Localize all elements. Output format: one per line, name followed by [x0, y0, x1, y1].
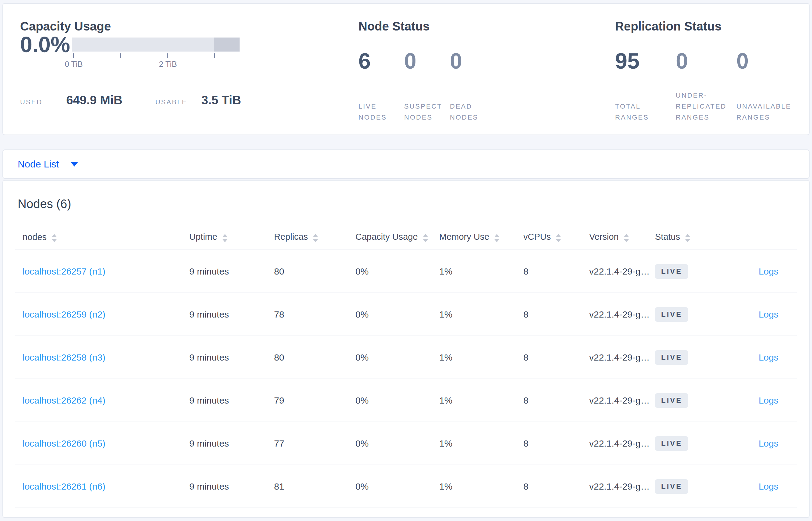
node-link[interactable]: localhost:26262 (n4)	[23, 395, 105, 405]
logs-link[interactable]: Logs	[759, 352, 779, 362]
suspect-nodes-metric: 0 SUSPECT NODES	[404, 50, 450, 123]
axis-tick	[120, 53, 121, 58]
version-cell: v22.1.4-29-g…	[589, 481, 655, 492]
status-badge: LIVE	[655, 393, 688, 408]
sort-icon[interactable]	[51, 234, 57, 242]
total-ranges-value: 95	[615, 50, 676, 72]
axis-tick	[167, 53, 168, 58]
vcpus-cell: 8	[523, 309, 589, 320]
capacity-usage-cell: 0%	[355, 352, 439, 363]
capacity-usage-cell: 0%	[355, 309, 439, 320]
replicas-cell: 81	[274, 481, 355, 492]
status-badge: LIVE	[655, 479, 688, 494]
logs-link[interactable]: Logs	[759, 309, 779, 319]
uptime-cell: 9 minutes	[189, 395, 274, 406]
table-row: localhost:26260 (n5) 9 minutes 77 0% 1% …	[15, 422, 797, 465]
status-badge: LIVE	[655, 436, 688, 451]
unavailable-ranges-value: 0	[736, 50, 797, 72]
status-badge: LIVE	[655, 264, 688, 279]
node-link[interactable]: localhost:26259 (n2)	[23, 309, 105, 319]
logs-link[interactable]: Logs	[759, 266, 779, 276]
memory-use-cell: 1%	[439, 395, 523, 406]
replication-status-title: Replication Status	[615, 19, 804, 33]
dead-nodes-label: DEAD NODES	[450, 101, 489, 123]
dead-nodes-metric: 0 DEAD NODES	[450, 50, 496, 123]
memory-use-cell: 1%	[439, 352, 523, 363]
live-nodes-metric: 6 LIVE NODES	[358, 50, 404, 123]
sort-icon[interactable]	[313, 234, 318, 242]
vcpus-cell: 8	[523, 266, 589, 277]
table-row: localhost:26258 (n3) 9 minutes 80 0% 1% …	[15, 336, 797, 379]
node-link[interactable]: localhost:26260 (n5)	[23, 438, 105, 448]
node-list-dropdown[interactable]: Node List	[18, 159, 59, 170]
column-header-vcpus[interactable]: vCPUs	[523, 232, 589, 244]
axis-tick-label: 2 TiB	[159, 60, 177, 69]
vcpus-cell: 8	[523, 481, 589, 492]
capacity-usage-cell: 0%	[355, 481, 439, 492]
suspect-nodes-label: SUSPECT NODES	[404, 101, 444, 123]
table-row: localhost:26262 (n4) 9 minutes 79 0% 1% …	[15, 379, 797, 422]
logs-link[interactable]: Logs	[759, 481, 779, 492]
node-status-section: Node Status 6 LIVE NODES 0 SUSPECT NODES…	[358, 4, 590, 135]
column-header-memory-use[interactable]: Memory Use	[439, 232, 523, 244]
sort-icon[interactable]	[494, 234, 500, 242]
version-cell: v22.1.4-29-g…	[589, 309, 655, 320]
table-row: localhost:26257 (n1) 9 minutes 80 0% 1% …	[15, 250, 797, 293]
total-ranges-metric: 95 TOTAL RANGES	[615, 50, 676, 123]
axis-tick	[73, 53, 74, 58]
capacity-usage-bar: 0 TiB 2 TiB	[72, 38, 240, 51]
under-replicated-label: UNDER-REPLICATED RANGES	[676, 90, 733, 123]
unavailable-ranges-label: UNAVAILABLE RANGES	[736, 101, 793, 123]
capacity-bar-track	[72, 38, 240, 51]
total-ranges-label: TOTAL RANGES	[615, 101, 672, 123]
column-header-replicas[interactable]: Replicas	[274, 232, 355, 244]
used-label: USED	[20, 97, 42, 108]
dead-nodes-value: 0	[450, 50, 496, 72]
axis-tick-label: 0 TiB	[65, 60, 82, 69]
vcpus-cell: 8	[523, 352, 589, 363]
column-header-nodes[interactable]: nodes	[15, 232, 189, 244]
sort-icon[interactable]	[222, 234, 228, 242]
version-cell: v22.1.4-29-g…	[589, 395, 655, 406]
column-header-version[interactable]: Version	[589, 232, 655, 244]
memory-use-cell: 1%	[439, 438, 523, 449]
usable-label: USABLE	[156, 97, 188, 108]
version-cell: v22.1.4-29-g…	[589, 438, 655, 449]
capacity-bar-used-segment	[214, 38, 240, 51]
logs-link[interactable]: Logs	[759, 395, 779, 405]
replicas-cell: 77	[274, 438, 355, 449]
replicas-cell: 80	[274, 266, 355, 277]
axis-tick	[214, 53, 215, 58]
column-header-capacity-usage[interactable]: Capacity Usage	[355, 232, 439, 244]
vcpus-cell: 8	[523, 438, 589, 449]
replicas-cell: 79	[274, 395, 355, 406]
sort-icon[interactable]	[685, 234, 690, 242]
uptime-cell: 9 minutes	[189, 266, 274, 277]
nodes-table-card: Nodes (6) nodes Uptime Replicas Capacity…	[2, 180, 810, 518]
column-header-uptime[interactable]: Uptime	[189, 232, 274, 244]
uptime-cell: 9 minutes	[189, 438, 274, 449]
status-badge: LIVE	[655, 307, 688, 322]
under-replicated-metric: 0 UNDER-REPLICATED RANGES	[676, 50, 736, 123]
capacity-usage-cell: 0%	[355, 438, 439, 449]
under-replicated-value: 0	[676, 50, 736, 72]
status-badge: LIVE	[655, 350, 688, 365]
capacity-usage-title: Capacity Usage	[20, 19, 343, 33]
table-row: localhost:26259 (n2) 9 minutes 78 0% 1% …	[15, 293, 797, 336]
capacity-usage-cell: 0%	[355, 395, 439, 406]
sort-icon[interactable]	[423, 234, 428, 242]
capacity-usage-section: Capacity Usage 0.0% 0 TiB 2 TiB USED	[20, 4, 343, 135]
sort-icon[interactable]	[624, 234, 629, 242]
node-status-title: Node Status	[358, 19, 590, 33]
nodes-table-title: Nodes (6)	[3, 181, 809, 211]
node-link[interactable]: localhost:26257 (n1)	[23, 266, 105, 276]
replicas-cell: 80	[274, 352, 355, 363]
node-link[interactable]: localhost:26261 (n6)	[23, 481, 105, 492]
sort-icon[interactable]	[556, 234, 561, 242]
chevron-down-icon[interactable]	[70, 162, 78, 166]
column-header-status[interactable]: Status	[655, 232, 721, 244]
version-cell: v22.1.4-29-g…	[589, 266, 655, 277]
logs-link[interactable]: Logs	[759, 438, 779, 448]
node-link[interactable]: localhost:26258 (n3)	[23, 352, 105, 362]
replicas-cell: 78	[274, 309, 355, 320]
